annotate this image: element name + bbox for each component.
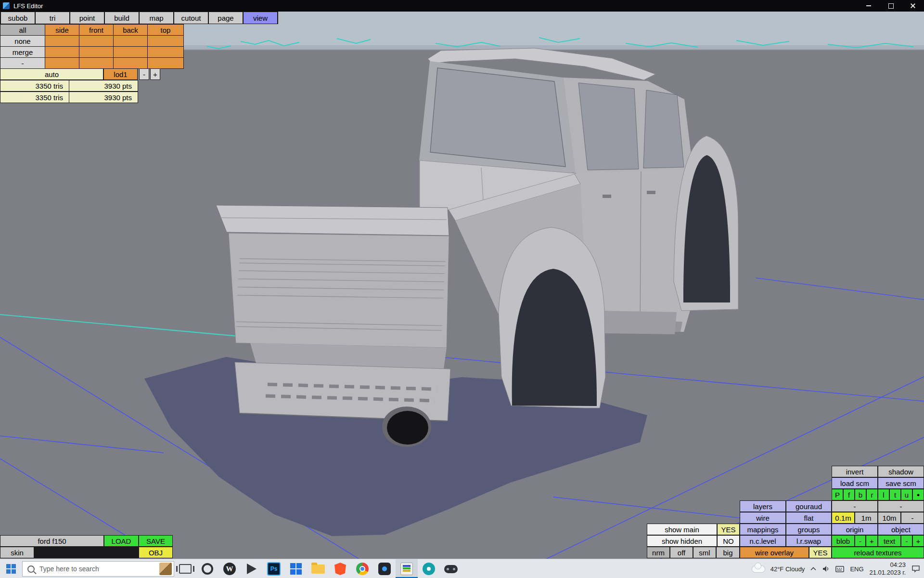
tab-point[interactable]: point — [70, 12, 104, 24]
save-scm-button[interactable]: save scm — [878, 477, 924, 489]
nc-level-button[interactable]: n.c.level — [740, 535, 786, 547]
taskbar-app-brave[interactable] — [329, 559, 351, 578]
save-button[interactable]: SAVE — [139, 535, 173, 547]
origin-button[interactable]: origin — [832, 524, 878, 535]
view-grid-cell[interactable] — [147, 35, 184, 47]
grid-dash-button[interactable]: - — [901, 512, 924, 524]
blob-plus-button[interactable]: + — [866, 535, 878, 547]
lod-plus-button[interactable]: + — [150, 68, 160, 80]
blob-button[interactable]: blob — [832, 535, 855, 547]
object-button[interactable]: object — [878, 524, 924, 535]
view-grid-cell[interactable] — [45, 46, 79, 58]
tab-cutout[interactable]: cutout — [174, 12, 208, 24]
view-grid-cell[interactable] — [45, 57, 79, 69]
gouraud-button[interactable]: gouraud — [786, 500, 832, 512]
view-side-button[interactable]: side — [45, 24, 79, 36]
weather-text[interactable]: 42°F Cloudy — [770, 565, 805, 573]
view-grid-cell[interactable] — [113, 46, 148, 58]
start-button[interactable] — [0, 559, 22, 578]
tab-page[interactable]: page — [209, 12, 243, 24]
tab-build[interactable]: build — [105, 12, 139, 24]
lod-auto-button[interactable]: auto — [0, 68, 103, 80]
scm-u-button[interactable]: u — [901, 489, 912, 500]
view-grid-cell[interactable] — [113, 57, 148, 69]
lr-swap-button[interactable]: l.r.swap — [786, 535, 832, 547]
taskbar-app-lfs-editor[interactable] — [396, 559, 418, 578]
layers-dash-button[interactable]: - — [878, 500, 924, 512]
view-none-button[interactable]: none — [0, 35, 45, 47]
view-top-button[interactable]: top — [147, 24, 184, 36]
wire-overlay-value[interactable]: YES — [809, 547, 832, 558]
scm-dot-button[interactable]: ● — [912, 489, 924, 500]
view-back-button[interactable]: back — [113, 24, 148, 36]
big-button[interactable]: big — [716, 547, 740, 558]
taskbar-clock[interactable]: 04:23 21.01.2023 г. — [870, 561, 906, 576]
blob-minus-button[interactable]: - — [855, 535, 866, 547]
grid-10m-button[interactable]: 10m — [878, 512, 901, 524]
scm-b-button[interactable]: b — [855, 489, 866, 500]
view-merge-button[interactable]: merge — [0, 46, 45, 58]
obj-button[interactable]: OBJ — [139, 547, 173, 558]
off-button[interactable]: off — [670, 547, 693, 558]
lod1-button[interactable]: lod1 — [103, 68, 138, 80]
view-dash-button[interactable]: - — [0, 57, 45, 69]
view-grid-cell[interactable] — [79, 35, 114, 47]
show-hidden-value[interactable]: NO — [717, 535, 740, 547]
load-scm-button[interactable]: load scm — [832, 477, 878, 489]
task-view-button[interactable] — [174, 559, 196, 578]
tab-subob[interactable]: subob — [1, 12, 35, 24]
show-main-value[interactable]: YES — [717, 524, 740, 535]
grid-1m-button[interactable]: 1m — [855, 512, 878, 524]
wire-overlay-button[interactable]: wire overlay — [740, 547, 809, 558]
nrm-button[interactable]: nrm — [647, 547, 670, 558]
show-hidden-button[interactable]: show hidden — [647, 535, 717, 547]
scm-f-button[interactable]: f — [843, 489, 855, 500]
skin-button[interactable]: skin — [0, 547, 34, 558]
view-front-button[interactable]: front — [79, 24, 114, 36]
shadow-button[interactable]: shadow — [878, 466, 924, 477]
view-grid-cell[interactable] — [113, 35, 148, 47]
close-button[interactable] — [902, 0, 924, 12]
taskbar-app-tiles[interactable] — [285, 559, 307, 578]
scm-r-button[interactable]: r — [866, 489, 878, 500]
scm-l-button[interactable]: l — [878, 489, 889, 500]
notification-center-icon[interactable] — [911, 565, 920, 573]
taskbar-app-gamepad[interactable] — [440, 559, 462, 578]
layers-dash-button[interactable]: - — [832, 500, 878, 512]
view-grid-cell[interactable] — [79, 57, 114, 69]
text-button[interactable]: text — [878, 535, 901, 547]
grid-01m-button[interactable]: 0.1m — [832, 512, 855, 524]
layers-button[interactable]: layers — [740, 500, 786, 512]
sml-button[interactable]: sml — [693, 547, 716, 558]
wire-button[interactable]: wire — [740, 512, 786, 524]
taskbar-search[interactable] — [22, 561, 174, 577]
view-all-button[interactable]: all — [0, 24, 45, 36]
lod-minus-button[interactable]: - — [139, 68, 149, 80]
view-grid-cell[interactable] — [147, 57, 184, 69]
taskbar-app-darkblue[interactable] — [373, 559, 396, 578]
search-highlight-thumbnail[interactable] — [159, 563, 172, 575]
view-grid-cell[interactable] — [45, 35, 79, 47]
scm-p-button[interactable]: P — [832, 489, 843, 500]
volume-icon[interactable] — [822, 565, 830, 573]
load-button[interactable]: LOAD — [104, 535, 139, 547]
mappings-button[interactable]: mappings — [740, 524, 786, 535]
taskbar-app-angular[interactable] — [241, 559, 263, 578]
taskbar-app-teal[interactable] — [418, 559, 440, 578]
reload-textures-button[interactable]: reload textures — [832, 547, 924, 558]
language-indicator[interactable]: ENG — [850, 565, 863, 573]
show-main-button[interactable]: show main — [647, 524, 717, 535]
tray-chevron-up-icon[interactable] — [810, 567, 816, 571]
maximize-button[interactable] — [880, 0, 902, 12]
scm-t-button[interactable]: t — [889, 489, 901, 500]
invert-button[interactable]: invert — [832, 466, 878, 477]
model-name-button[interactable]: ford f150 — [0, 535, 104, 547]
flat-button[interactable]: flat — [786, 512, 832, 524]
minimize-button[interactable] — [858, 0, 880, 12]
touch-keyboard-icon[interactable] — [835, 565, 844, 572]
tab-map[interactable]: map — [140, 12, 173, 24]
view-grid-cell[interactable] — [79, 46, 114, 58]
tab-tri[interactable]: tri — [36, 12, 69, 24]
taskbar-app-photoshop[interactable]: Ps — [263, 559, 285, 578]
text-minus-button[interactable]: - — [901, 535, 912, 547]
